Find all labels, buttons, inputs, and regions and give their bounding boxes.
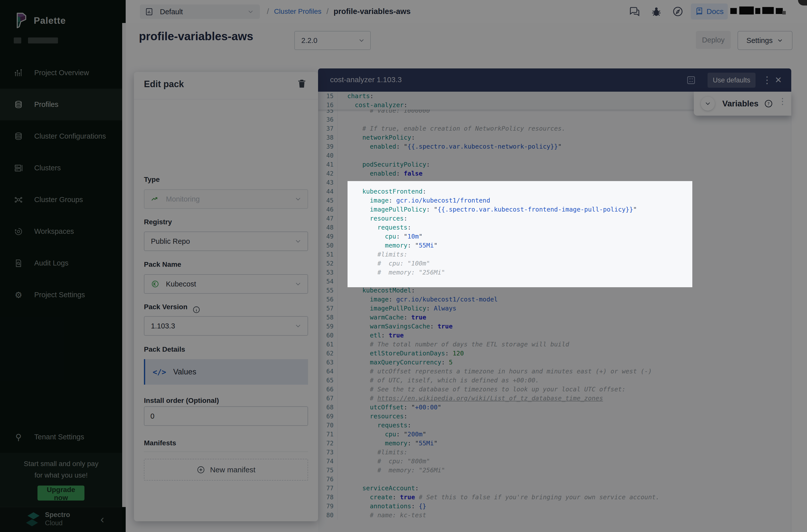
code-line-62[interactable]: 62 etlStoreDurationDays: 120 (318, 349, 791, 358)
code-line-41[interactable]: 41 podSecurityPolicy: (318, 160, 791, 169)
code-line-71[interactable]: 71 cpu: "200m" (318, 430, 791, 439)
code-line-77[interactable]: 77 serviceAccount: (318, 484, 791, 493)
code-line-39[interactable]: 39 enabled: "{{.spectro.var.kubecost-net… (318, 142, 791, 151)
type-select: Monitoring (144, 189, 308, 209)
diff-view-icon[interactable] (686, 75, 696, 86)
code-line-43[interactable]: 43 (318, 178, 791, 187)
install-order-label: Install order (Optional) (144, 397, 219, 405)
page-scrollbar[interactable] (122, 23, 126, 507)
code-line-58[interactable]: 58 warmCache: true (318, 313, 791, 322)
sidebar-item-tenant-settings[interactable]: ⚲ Tenant Settings (0, 421, 122, 453)
code-line-69[interactable]: 69 resources: (318, 412, 791, 421)
project-scope-label: Default (160, 8, 183, 16)
sidebar-item-clusters[interactable]: Clusters (0, 152, 122, 184)
use-defaults-button[interactable]: Use defaults (708, 73, 755, 88)
feedback-chat-icon[interactable] (628, 5, 640, 18)
code-line-76[interactable]: 76 (318, 475, 791, 484)
code-line-63[interactable]: 63 maxQueryConcurrency: 5 (318, 358, 791, 367)
code-line-73[interactable]: 73 #limits: (318, 448, 791, 457)
code-line-50[interactable]: 50 memory: "55Mi" (318, 241, 791, 250)
sidebar-item-project-settings[interactable]: ⚙ Project Settings (0, 279, 122, 311)
code-line-75[interactable]: 75 # memory: "256Mi" (318, 466, 791, 475)
sidebar-item-cluster-groups[interactable]: Cluster Groups (0, 184, 122, 215)
editor-close-icon[interactable]: ✕ (775, 73, 782, 87)
code-line-46[interactable]: 46 imagePullPolicy: "{{.spectro.var.kube… (318, 205, 791, 214)
code-line-36[interactable]: 36 (318, 115, 791, 124)
sidebar-collapse-icon[interactable]: ‹ (100, 513, 104, 525)
variables-menu-icon[interactable]: ⋮ (778, 96, 787, 106)
code-line-70[interactable]: 70 requests: (318, 421, 791, 430)
code-line-74[interactable]: 74 # cpu: "800m" (318, 457, 791, 466)
line-number: 49 (318, 232, 338, 241)
chevron-down-icon (294, 237, 302, 245)
breadcrumb-separator: / (267, 7, 269, 16)
code-line-47[interactable]: 47 resources: (318, 214, 791, 223)
code-line-65[interactable]: 65 # of UTC, itself, which is defined as… (318, 376, 791, 385)
upgrade-now-button[interactable]: Upgrade now (37, 486, 85, 500)
code-line-37[interactable]: 37 # If true, enable creation of Network… (318, 124, 791, 133)
server-icon (14, 163, 23, 173)
code-line-45[interactable]: 45 image: gcr.io/kubecost1/frontend (318, 196, 791, 205)
code-line-67[interactable]: 67 # https://en.wikipedia.org/wiki/List_… (318, 394, 791, 403)
registry-select[interactable]: Public Repo (144, 231, 308, 251)
trash-icon[interactable] (297, 78, 307, 89)
palette-logo[interactable]: Palette (14, 11, 114, 31)
code-line-38[interactable]: 38 networkPolicy: (318, 133, 791, 142)
install-order-input[interactable] (144, 406, 308, 426)
pack-name-value: Kubecost (166, 280, 196, 288)
code-line-78[interactable]: 78 create: true # Set this to false if y… (318, 493, 791, 502)
settings-button[interactable]: Settings (737, 31, 792, 50)
info-icon[interactable] (192, 306, 200, 314)
code-line-64[interactable]: 64 # utcOffset represents a timezone in … (318, 367, 791, 376)
code-line-56[interactable]: 56 image: gcr.io/kubecost1/cost-model (318, 295, 791, 304)
deploy-button[interactable]: Deploy (696, 31, 731, 49)
code-line-80[interactable]: 80 # name: kc-test (318, 511, 791, 520)
redacted-project-name (28, 37, 58, 43)
pack-name-select[interactable]: Kubecost (144, 274, 308, 294)
code-line-66[interactable]: 66 # See the tz database of timezones to… (318, 385, 791, 394)
help-compass-icon[interactable] (672, 5, 684, 18)
project-scope-select[interactable]: Default (140, 4, 260, 19)
code-line-51[interactable]: 51 #limits: (318, 250, 791, 259)
code-line-79[interactable]: 79 annotations: {} (318, 502, 791, 511)
code-line-61[interactable]: 61 # The total number of days the ETL st… (318, 340, 791, 349)
divider (134, 99, 318, 99)
editor-body[interactable]: 15charts:16 cost-analyzer: 35 # value: 1… (318, 92, 791, 532)
redacted-username[interactable] (730, 6, 783, 16)
pack-details-values-tab[interactable]: </> Values (144, 359, 308, 385)
docs-button[interactable]: Docs (691, 3, 728, 19)
breadcrumb-cluster-profiles-link[interactable]: Cluster Profiles (274, 7, 322, 16)
pack-version-select[interactable]: 1.103.3 (144, 316, 308, 336)
bug-report-icon[interactable] (650, 5, 662, 18)
sidebar-item-project-overview[interactable]: Project Overview (0, 57, 122, 89)
sidebar-item-workspaces[interactable]: Workspaces (0, 215, 122, 247)
sidebar-item-cluster-configurations[interactable]: Cluster Configurations (0, 120, 122, 152)
sidebar-nav-tenant: ⚲ Tenant Settings (0, 421, 122, 453)
code-line-55[interactable]: 55 kubecostModel: (318, 286, 791, 295)
code-line-54[interactable]: 54 (318, 277, 791, 286)
code-line-52[interactable]: 52 # cpu: "100m" (318, 259, 791, 268)
line-number: 47 (318, 214, 338, 223)
line-number: 48 (318, 223, 338, 232)
editor-menu-icon[interactable]: ⋮ (762, 73, 772, 87)
version-select[interactable]: 2.2.0 (294, 31, 371, 50)
code-line-72[interactable]: 72 memory: "55Mi" (318, 439, 791, 448)
code-line-42[interactable]: 42 enabled: false (318, 169, 791, 178)
chevron-down-icon (294, 195, 302, 203)
code-line-68[interactable]: 68 utcOffset: "+00:00" (318, 403, 791, 412)
help-circle-icon[interactable]: ? (764, 99, 773, 108)
line-number: 71 (318, 430, 338, 439)
code-line-53[interactable]: 53 # memory: "256Mi" (318, 268, 791, 277)
variables-expand-button[interactable] (701, 97, 715, 111)
code-line-57[interactable]: 57 imagePullPolicy: Always (318, 304, 791, 313)
code-line-60[interactable]: 60 etl: true (318, 331, 791, 340)
code-line-40[interactable]: 40 (318, 151, 791, 160)
code-line-59[interactable]: 59 warmSavingsCache: true (318, 322, 791, 331)
sidebar-item-profiles[interactable]: Profiles (0, 89, 122, 120)
code-line-48[interactable]: 48 requests: (318, 223, 791, 232)
code-line-49[interactable]: 49 cpu: "10m" (318, 232, 791, 241)
new-manifest-button[interactable]: New manifest (144, 459, 308, 480)
code-line-44[interactable]: 44 kubecostFrontend: (318, 187, 791, 196)
sidebar-item-audit-logs[interactable]: Audit Logs (0, 247, 122, 279)
layers-icon (14, 100, 23, 109)
